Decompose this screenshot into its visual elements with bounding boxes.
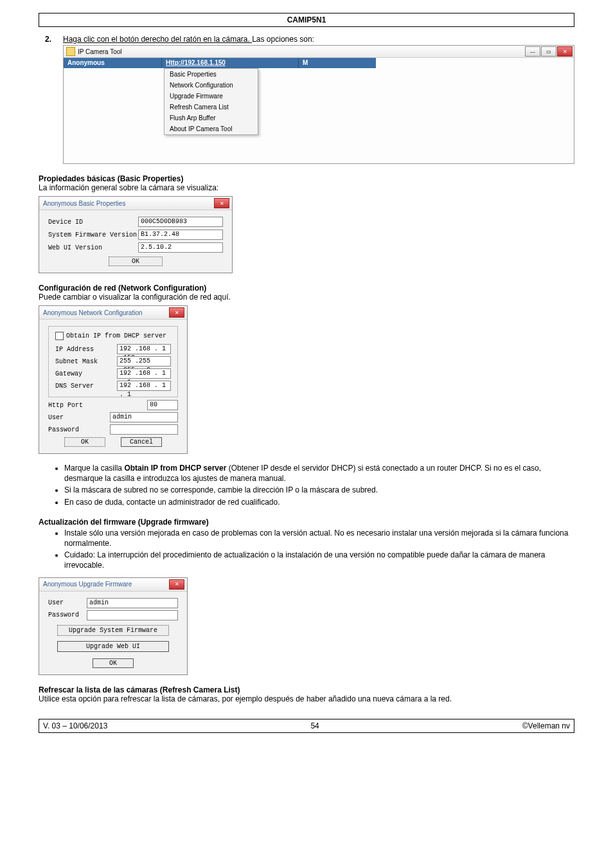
device-id-field[interactable]: 000C5D0DB983 bbox=[138, 217, 223, 227]
page-footer: V. 03 – 10/06/2013 54 ©Velleman nv bbox=[39, 719, 574, 733]
minimize-button[interactable]: — bbox=[525, 46, 540, 57]
ok-button[interactable]: OK bbox=[109, 257, 163, 266]
context-menu: Basic Properties Network Configuration U… bbox=[164, 68, 258, 135]
bullet-bold: Obtain IP from DHCP server bbox=[124, 464, 226, 473]
step-2: 2. Haga clic con el botón derecho del ra… bbox=[45, 35, 574, 44]
label-dns: DNS Server bbox=[55, 383, 117, 390]
subnet-field[interactable]: 255 .255 .255 . 0 bbox=[117, 356, 171, 366]
dns-field[interactable]: 192 .168 . 1 . 1 bbox=[117, 381, 171, 391]
step-rest: Las opciones son: bbox=[252, 35, 314, 44]
menu-basic-properties[interactable]: Basic Properties bbox=[164, 69, 258, 80]
close-button[interactable]: ✕ bbox=[214, 198, 229, 208]
ipcamera-tool-window: IP Camera Tool — ▭ ✕ Anonymous Http://19… bbox=[63, 45, 574, 164]
dialog-title: Anonymous Network Configuration bbox=[43, 309, 143, 316]
label-user: User bbox=[48, 414, 110, 421]
firmware-version-field[interactable]: B1.37.2.48 bbox=[138, 230, 223, 240]
ip-group: Obtain IP from DHCP server IP Address192… bbox=[48, 326, 178, 397]
heading-network-config: Configuración de red (Network Configurat… bbox=[39, 284, 574, 293]
label-subnet: Subnet Mask bbox=[55, 358, 117, 365]
window-titlebar: IP Camera Tool — ▭ ✕ bbox=[64, 46, 574, 58]
step-underlined: Haga clic con el botón derecho del ratón… bbox=[63, 35, 252, 44]
list-item: Si la máscara de subred no se correspond… bbox=[64, 485, 574, 495]
dialog-titlebar: Anonymous Upgrade Firmware ✕ bbox=[39, 578, 187, 592]
prop-label: System Firmware Version bbox=[48, 231, 138, 239]
app-icon bbox=[66, 47, 75, 56]
list-item: Cuidado: La interrupción del procedimien… bbox=[64, 550, 574, 570]
network-config-dialog: Anonymous Network Configuration ✕ Obtain… bbox=[39, 305, 188, 454]
password-field[interactable] bbox=[110, 424, 178, 435]
footer-center: 54 bbox=[310, 721, 319, 730]
prop-row: Web UI Version 2.5.10.2 bbox=[48, 242, 223, 253]
prop-label: Device ID bbox=[48, 219, 138, 226]
body-network-config: Puede cambiar o visualizar la configurac… bbox=[39, 293, 574, 302]
dhcp-checkbox[interactable] bbox=[55, 332, 64, 340]
label-gateway: Gateway bbox=[55, 370, 117, 377]
dialog-title: Anonymous Basic Properties bbox=[43, 200, 125, 207]
upgrade-bullets: Instale sólo una versión mejorada en cas… bbox=[39, 528, 574, 571]
step-text: Haga clic con el botón derecho del ratón… bbox=[63, 35, 574, 44]
window-title: IP Camera Tool bbox=[78, 48, 122, 55]
upgrade-firmware-dialog: Anonymous Upgrade Firmware ✕ Useradmin P… bbox=[39, 577, 188, 675]
body-basic-properties: La información general sobre la cámara s… bbox=[39, 183, 574, 192]
ok-button[interactable]: OK bbox=[64, 437, 105, 447]
maximize-button[interactable]: ▭ bbox=[541, 46, 556, 57]
close-button[interactable]: ✕ bbox=[557, 46, 573, 57]
camera-status: M bbox=[299, 58, 376, 68]
dialog-titlebar: Anonymous Network Configuration ✕ bbox=[39, 306, 187, 320]
upgrade-system-button[interactable]: Upgrade System Firmware bbox=[57, 625, 169, 636]
camera-name: Anonymous bbox=[64, 58, 162, 68]
prop-label: Web UI Version bbox=[48, 244, 138, 251]
dhcp-row: Obtain IP from DHCP server bbox=[55, 332, 171, 340]
dhcp-label: Obtain IP from DHCP server bbox=[66, 332, 166, 339]
menu-network-configuration[interactable]: Network Configuration bbox=[164, 80, 258, 91]
ok-button[interactable]: OK bbox=[93, 658, 134, 668]
cancel-button[interactable]: Cancel bbox=[121, 437, 162, 447]
prop-row: System Firmware Version B1.37.2.48 bbox=[48, 230, 223, 240]
dhcp-bullets: Marque la casilla Obtain IP from DHCP se… bbox=[39, 463, 574, 507]
dialog-titlebar: Anonymous Basic Properties ✕ bbox=[39, 197, 232, 210]
label-http-port: Http Port bbox=[48, 402, 110, 409]
prop-row: Device ID 000C5D0DB983 bbox=[48, 217, 223, 227]
footer-right: ©Velleman nv bbox=[522, 721, 570, 730]
page-header: CAMIP5N1 bbox=[39, 13, 574, 27]
heading-refresh-list: Refrescar la lista de las cámaras (Refre… bbox=[39, 685, 574, 694]
list-item: En caso de duda, contacte un administrad… bbox=[64, 497, 574, 507]
menu-flush-arp-buffer[interactable]: Flush Arp Buffer bbox=[164, 113, 258, 123]
label-password: Password bbox=[48, 426, 110, 433]
menu-upgrade-firmware[interactable]: Upgrade Firmware bbox=[164, 91, 258, 102]
webui-version-field[interactable]: 2.5.10.2 bbox=[138, 242, 223, 253]
bullet-pre: Marque la casilla bbox=[64, 464, 124, 473]
upgrade-webui-button[interactable]: Upgrade Web UI bbox=[57, 641, 169, 652]
footer-left: V. 03 – 10/06/2013 bbox=[43, 721, 107, 730]
gateway-field[interactable]: 192 .168 . 1 . 1 bbox=[117, 368, 171, 379]
list-item: Instale sólo una versión mejorada en cas… bbox=[64, 528, 574, 548]
heading-upgrade-firmware: Actualización del firmware (Upgrade firm… bbox=[39, 518, 574, 527]
camera-row[interactable]: Anonymous Http://192.168.1.150 M bbox=[64, 58, 376, 68]
list-item: Marque la casilla Obtain IP from DHCP se… bbox=[64, 463, 574, 484]
dialog-title: Anonymous Upgrade Firmware bbox=[43, 581, 132, 588]
close-button[interactable]: ✕ bbox=[169, 579, 184, 590]
menu-about[interactable]: About IP Camera Tool bbox=[164, 123, 258, 134]
user-field[interactable]: admin bbox=[87, 598, 178, 608]
body-refresh-list: Utilice esta opción para refrescar la li… bbox=[39, 694, 574, 703]
ip-address-field[interactable]: 192 .168 . 1 .150 bbox=[117, 344, 171, 354]
close-button[interactable]: ✕ bbox=[169, 307, 184, 318]
password-field[interactable] bbox=[87, 610, 178, 620]
user-field[interactable]: admin bbox=[110, 412, 178, 422]
menu-refresh-camera-list[interactable]: Refresh Camera List bbox=[164, 102, 258, 113]
step-number: 2. bbox=[45, 35, 63, 44]
label-password: Password bbox=[48, 611, 87, 619]
label-user: User bbox=[48, 599, 87, 606]
heading-basic-properties: Propiedades básicas (Basic Properties) bbox=[39, 174, 574, 183]
http-port-field[interactable]: 80 bbox=[147, 400, 178, 410]
camera-url: Http://192.168.1.150 bbox=[162, 58, 299, 68]
label-ip: IP Address bbox=[55, 346, 117, 353]
basic-properties-dialog: Anonymous Basic Properties ✕ Device ID 0… bbox=[39, 196, 233, 273]
